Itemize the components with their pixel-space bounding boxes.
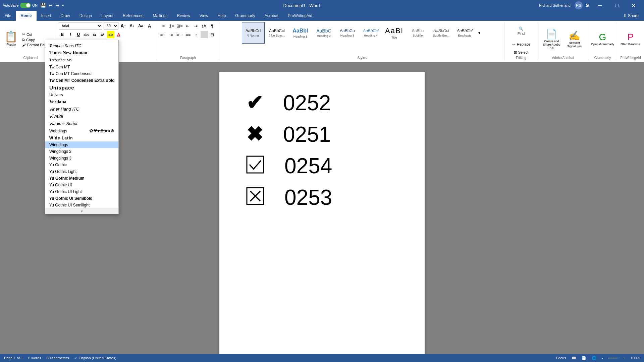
font-item-wingdings3[interactable]: Wingdings 3 [45, 155, 118, 162]
tab-layout[interactable]: Layout [97, 11, 118, 21]
font-item-wingdings2[interactable]: Wingdings 2 [45, 148, 118, 155]
italic-button[interactable]: I [67, 31, 74, 38]
style-heading3[interactable]: AaBbCo Heading 3 [336, 22, 359, 44]
style-heading4[interactable]: AaBbCcl Heading 4 [359, 22, 382, 44]
read-mode-icon[interactable]: 📖 [572, 356, 576, 360]
tab-design[interactable]: Design [75, 11, 97, 21]
font-item-tahoma[interactable]: Tahoma [45, 40, 118, 43]
style-heading2[interactable]: AaBbC Heading 2 [312, 22, 335, 44]
font-item-twcen-cond-bold[interactable]: Tw Cen MT Condensed Extra Bold [45, 77, 118, 84]
focus-button[interactable]: Focus [556, 356, 566, 360]
font-item-yugothic-medium[interactable]: Yu Gothic Medium [45, 175, 118, 182]
style-no-space[interactable]: AaBbCcl ¶ No Spac... [265, 22, 288, 44]
font-item-yugothic[interactable]: Yu Gothic [45, 162, 118, 168]
font-item-yugothic-ui-light[interactable]: Yu Gothic UI Light [45, 188, 118, 195]
style-scroll-down[interactable]: ▾ [477, 22, 482, 44]
font-item-yugothic-light[interactable]: Yu Gothic Light [45, 168, 118, 175]
borders-button[interactable]: ⊞ [209, 31, 216, 38]
tab-references[interactable]: References [118, 11, 148, 21]
select-button[interactable]: ⊡ Select [511, 49, 531, 56]
zoom-slider[interactable]: ━━━━ [608, 356, 618, 360]
font-item-twcen[interactable]: Tw Cen MT [45, 64, 118, 70]
tab-prowriting[interactable]: ProWritingAid [283, 11, 317, 21]
style-title[interactable]: AaBl Title [383, 22, 406, 44]
font-name-select[interactable]: Arial [59, 22, 102, 29]
show-hide-button[interactable]: ¶ [208, 22, 216, 29]
font-item-wide-latin[interactable]: Wide Latin [45, 135, 118, 141]
highlight-button[interactable]: ab [107, 31, 114, 38]
grow-font-button[interactable]: A↑ [120, 22, 127, 29]
font-item-verdana[interactable]: Verdana [45, 98, 118, 106]
share-button[interactable]: ⬆ Share [618, 11, 644, 21]
tab-insert[interactable]: Insert [37, 11, 56, 21]
request-sigs-button[interactable]: ✍ Request Signatures [564, 30, 584, 48]
font-item-trebuchet[interactable]: Trebuchet MS [45, 57, 118, 64]
zoom-in-icon[interactable]: + [623, 356, 625, 360]
autosave-arrow[interactable]: ▾ [62, 3, 64, 8]
font-item-yugothic-ui-semibold[interactable]: Yu Gothic UI Semibold [45, 195, 118, 202]
close-button[interactable]: ✕ [626, 0, 641, 11]
find-button[interactable]: 🔍 Find [511, 22, 531, 40]
redo-icon[interactable]: ↪ [55, 3, 59, 8]
align-left-button[interactable]: ≡← [160, 31, 168, 38]
font-item-unispace[interactable]: Unispace [45, 84, 118, 92]
zoom-out-icon[interactable]: - [602, 356, 603, 360]
style-subtitle[interactable]: AaBbc Subtitle [406, 22, 429, 44]
align-right-button[interactable]: ≡→ [176, 31, 184, 38]
font-item-univers[interactable]: Univers [45, 92, 118, 98]
style-heading1[interactable]: AaBbl Heading 1 [289, 22, 312, 44]
tab-review[interactable]: Review [172, 11, 195, 21]
save-icon[interactable]: 💾 [40, 3, 46, 8]
sort-button[interactable]: ↕A [200, 22, 208, 29]
font-item-yugothic-ui-semilight[interactable]: Yu Gothic UI Semilight [45, 202, 118, 208]
font-item-times[interactable]: Times New Roman [45, 49, 118, 57]
increase-indent-button[interactable]: ⇥ [192, 22, 200, 29]
restore-button[interactable]: □ [609, 0, 625, 11]
change-case-button[interactable]: Aa [137, 22, 145, 29]
font-item-viner[interactable]: Viner Hand ITC [45, 106, 118, 113]
create-pdf-button[interactable]: 📄 Create and Share Adobe PDF [541, 28, 561, 50]
tab-mailings[interactable]: Mailings [148, 11, 172, 21]
subscript-button[interactable]: x₂ [91, 31, 98, 38]
bullets-button[interactable]: ≡ [160, 22, 167, 29]
web-layout-icon[interactable]: 🌐 [592, 356, 596, 360]
font-item-webdings[interactable]: Webdings ✿❤♥❀✸♦❄ [45, 127, 118, 135]
undo-icon[interactable]: ↩ [49, 3, 53, 8]
paste-button[interactable]: 📋 Paste [3, 31, 19, 47]
justify-button[interactable]: ≡≡ [184, 31, 192, 38]
open-grammarly-button[interactable]: G Open Grammarly [591, 32, 614, 46]
style-emphasis[interactable]: AaBbCcl Emphasis [453, 22, 476, 44]
start-realtime-button[interactable]: P Start Realtime [621, 32, 640, 46]
shading-button[interactable] [201, 31, 208, 38]
underline-button[interactable]: U [75, 31, 82, 38]
multilevel-button[interactable]: ⊞≡ [176, 22, 183, 29]
cut-action[interactable]: ✂ Cut [21, 32, 53, 37]
tab-help[interactable]: Help [213, 11, 231, 21]
tab-grammarly[interactable]: Grammarly [230, 11, 260, 21]
superscript-button[interactable]: x² [99, 31, 106, 38]
font-item-tempas[interactable]: Tempas Sans ITC [45, 43, 118, 49]
numbering-button[interactable]: 1≡ [168, 22, 175, 29]
clear-formatting-button[interactable]: A [146, 22, 153, 29]
replace-button[interactable]: ↔ Replace [511, 41, 531, 48]
font-item-vivaldi[interactable]: Vivaldi [45, 113, 118, 120]
font-size-select[interactable]: 60 [104, 22, 118, 29]
font-color-button[interactable]: A [115, 31, 122, 38]
decrease-indent-button[interactable]: ⇤ [184, 22, 192, 29]
settings-icon[interactable]: ⚙ [585, 3, 590, 8]
shrink-font-button[interactable]: A↓ [128, 22, 136, 29]
tab-home[interactable]: Home [16, 11, 36, 21]
user-avatar[interactable]: RS [575, 1, 583, 9]
print-layout-icon[interactable]: 📄 [582, 356, 586, 360]
autosave-toggle[interactable]: AutoSave ON [3, 3, 38, 8]
language-indicator[interactable]: ✓ English (United States) [74, 356, 116, 360]
line-spacing-button[interactable]: ↕ [193, 31, 200, 38]
style-normal[interactable]: AaBbCcl ¶ Normal [242, 22, 265, 44]
align-center-button[interactable]: ≡ [168, 31, 175, 38]
autosave-pill[interactable] [20, 3, 31, 8]
font-item-vladimir[interactable]: Vladimir Script [45, 120, 118, 127]
tab-view[interactable]: View [195, 11, 213, 21]
bold-button[interactable]: B [59, 31, 66, 38]
tab-file[interactable]: File [0, 11, 16, 21]
strikethrough-button[interactable]: abc [83, 31, 90, 38]
